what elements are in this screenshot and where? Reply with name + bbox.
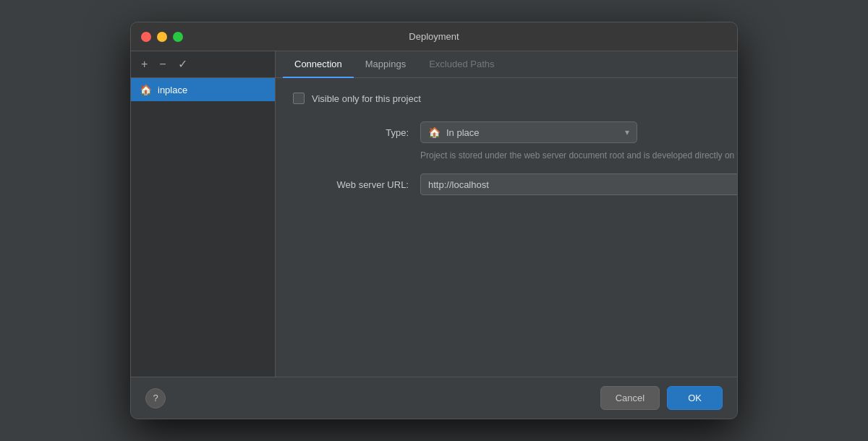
minimize-button[interactable] bbox=[157, 32, 167, 42]
tab-mappings[interactable]: Mappings bbox=[354, 51, 417, 78]
panel-content: Visible only for this project Type: 🏠 In… bbox=[276, 78, 737, 377]
tab-excluded-paths[interactable]: Excluded Paths bbox=[417, 51, 506, 78]
titlebar: Deployment bbox=[131, 22, 737, 51]
tabs: Connection Mappings Excluded Paths bbox=[276, 51, 737, 78]
url-input[interactable] bbox=[428, 179, 737, 190]
footer: ? Cancel OK bbox=[131, 377, 737, 419]
type-control: 🏠 In place ▾ Project is stored under the… bbox=[420, 121, 737, 162]
sidebar-item-inplace[interactable]: 🏠 inplace bbox=[131, 78, 275, 101]
deployment-dialog: Deployment + − ✓ 🏠 inplace Connection bbox=[130, 22, 738, 419]
cancel-button[interactable]: Cancel bbox=[600, 386, 660, 410]
type-label: Type: bbox=[293, 121, 409, 138]
house-icon: 🏠 bbox=[140, 84, 152, 95]
help-button[interactable]: ? bbox=[145, 388, 166, 408]
sidebar-toolbar: + − ✓ bbox=[131, 51, 275, 78]
sidebar: + − ✓ 🏠 inplace bbox=[131, 51, 276, 377]
remove-server-button[interactable]: − bbox=[156, 57, 169, 72]
add-server-button[interactable]: + bbox=[138, 57, 150, 72]
checkbox-label: Visible only for this project bbox=[312, 93, 421, 104]
url-label: Web server URL: bbox=[293, 174, 409, 190]
type-value: In place bbox=[446, 127, 619, 138]
titlebar-buttons bbox=[141, 32, 183, 42]
type-description: Project is stored under the web server d… bbox=[420, 149, 737, 162]
confirm-button[interactable]: ✓ bbox=[175, 57, 190, 72]
close-button[interactable] bbox=[141, 32, 151, 42]
type-select[interactable]: 🏠 In place ▾ bbox=[420, 121, 637, 143]
url-control: 🌐 bbox=[420, 174, 737, 195]
footer-buttons: Cancel OK bbox=[600, 386, 723, 410]
main-content: + − ✓ 🏠 inplace Connection Mappings Excl… bbox=[131, 51, 737, 377]
type-house-icon: 🏠 bbox=[428, 127, 441, 138]
visible-only-checkbox[interactable] bbox=[293, 93, 305, 104]
url-form-row: Web server URL: 🌐 bbox=[293, 174, 737, 195]
maximize-button[interactable] bbox=[173, 32, 183, 42]
checkbox-row: Visible only for this project bbox=[293, 93, 737, 104]
right-panel: Connection Mappings Excluded Paths Visib… bbox=[276, 51, 737, 377]
dialog-title: Deployment bbox=[409, 31, 459, 42]
tab-connection[interactable]: Connection bbox=[283, 51, 354, 78]
url-input-wrapper: 🌐 bbox=[420, 174, 737, 195]
ok-button[interactable]: OK bbox=[667, 386, 723, 410]
type-form-row: Type: 🏠 In place ▾ Project is stored und… bbox=[293, 121, 737, 162]
chevron-down-icon: ▾ bbox=[625, 127, 629, 137]
sidebar-item-label: inplace bbox=[158, 85, 187, 95]
